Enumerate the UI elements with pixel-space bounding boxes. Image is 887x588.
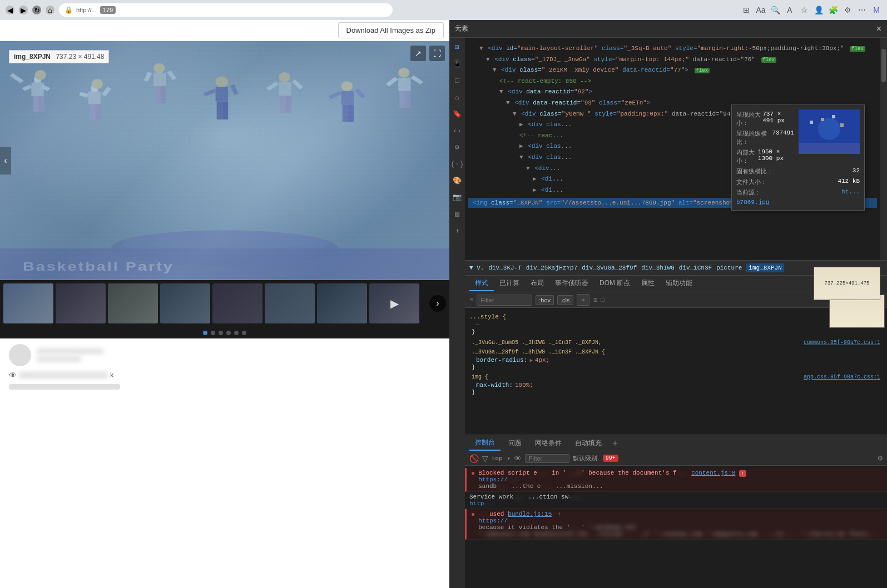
refresh-button[interactable]: ↻ [32,6,41,14]
console-panel[interactable]: ● Blocked script e... in '...r' because … [465,466,887,588]
cls-button[interactable]: .cls [557,295,573,305]
font-icon[interactable]: A [785,5,795,15]
back-button[interactable]: ◀ [6,6,14,14]
next-image-button[interactable]: › [429,295,446,312]
dot-1[interactable] [203,331,207,335]
error-url-1[interactable]: https://... [478,476,519,483]
console-filter-input[interactable] [525,454,569,463]
dom-scrollbar[interactable] [880,38,887,260]
fullscreen-button[interactable]: ⛶ [429,46,445,61]
dot-3[interactable] [219,331,223,335]
sidebar-screen-icon[interactable]: □ [451,74,463,87]
cast-icon[interactable]: ⊞ [741,5,751,15]
tab-dom-breakpoints[interactable]: DOM 断点 [594,276,636,291]
console-tab-autofill[interactable]: 自动填充 [569,436,607,450]
expand-icon-6[interactable] [506,99,510,106]
sidebar-bookmark-icon[interactable]: 🔖 [451,108,463,120]
breadcrumb-div-1cn[interactable]: div_1Cn3F [679,265,712,271]
console-clear-button[interactable]: 🚫 [469,454,479,463]
layout-icon[interactable]: ⊡ [594,296,598,303]
error-source-2[interactable]: bundle.js:15 [508,511,552,517]
search-icon[interactable]: 🔍 [770,5,780,15]
breadcrumb-div-25k[interactable]: div_25KsjHzYp7 [526,265,577,271]
console-filter-button[interactable]: ▽ [482,454,488,463]
bookmark-icon[interactable]: ☆ [799,5,809,15]
breadcrumb-picture[interactable]: picture [716,265,742,271]
console-settings-icon[interactable]: ⚙ [878,454,883,463]
border-radius-expand[interactable]: ▶ [529,357,532,363]
service-worker-url[interactable]: http... [469,500,495,507]
hov-button[interactable]: :hov [536,295,554,305]
sidebar-inspect-icon[interactable]: ⊡ [451,41,463,53]
expand-icon-7[interactable] [513,111,517,117]
dom-line-4[interactable]: <!-- react-empty: 850 --> [473,76,873,87]
thumbnail-8[interactable]: ▶ [369,283,419,323]
console-tab-network[interactable]: 网络条件 [529,436,567,450]
sidebar-paint-icon[interactable]: 🎨 [451,175,463,187]
add-style-button[interactable]: ＋ [577,294,589,306]
breadcrumb-img[interactable]: img_8XPJN [746,263,784,272]
error-url-2[interactable]: https://... [478,517,519,524]
dom-line-3[interactable]: <div class="_2e1KM _Xmiy device" data-re… [473,65,873,76]
css-source-1[interactable]: commons.85f-90a7c.css:1 [804,338,880,347]
expand-icon-8[interactable] [519,121,523,128]
styles-filter-input[interactable] [477,295,532,306]
thumbnail-3[interactable] [108,283,158,323]
dot-2[interactable] [211,331,215,335]
breadcrumb-div-3vu[interactable]: div_3VuGa_28f9f [582,265,637,271]
breadcrumb-div-3kj[interactable]: div_3KJ-T [488,265,521,271]
expand-icon-5[interactable] [499,88,503,95]
tab-styles[interactable]: 样式 [469,276,494,291]
expand-icon-2[interactable] [486,56,490,63]
thumbnail-5[interactable] [212,283,262,323]
dot-4[interactable] [226,331,231,335]
sidebar-camera-icon[interactable]: 📷 [451,191,463,203]
sidebar-gear-icon[interactable]: ⚙ [451,141,463,153]
expand-icon-3[interactable] [493,67,497,73]
expand-icon-10[interactable] [519,143,523,150]
dot-6[interactable] [242,331,246,335]
thumbnail-4[interactable] [160,283,210,323]
expand-icon-11[interactable] [519,154,523,161]
devtools-close-button[interactable]: × [876,24,881,34]
console-tab-console[interactable]: 控制台 [469,436,501,451]
css-source-2[interactable]: app.css.85f-90a7c.css:1 [804,374,880,380]
expand-icon-12[interactable] [526,165,530,172]
dom-line-5[interactable]: <div data-reactid="92"> [473,87,873,98]
computed-icon[interactable]: □ [601,297,604,303]
sidebar-code-icon[interactable]: ‹› [451,124,463,137]
expand-icon-13[interactable] [533,176,537,182]
forward-button[interactable]: ▶ [19,6,28,14]
url-bar[interactable]: 🔒 http://... 179 [59,3,393,17]
chevron-down-icon[interactable]: ▾ [507,455,511,462]
home-button[interactable]: ⌂ [46,6,54,14]
thumbnail-1[interactable] [3,283,53,323]
download-button[interactable]: Download All Images as Zip [338,22,444,38]
expand-icon-1[interactable] [479,45,483,52]
dom-line-1[interactable]: <div id="main-layout-scroller" class="_3… [473,43,873,54]
dot-5[interactable] [234,331,239,335]
sidebar-wifi-icon[interactable]: ((·)) [451,158,463,170]
tab-layout[interactable]: 布局 [525,276,549,291]
profile-icon[interactable]: 👤 [814,5,824,15]
breadcrumb-v[interactable]: ▼ V. [469,265,484,271]
thumbnail-6[interactable] [265,283,315,323]
translate-icon[interactable]: Aa [756,5,766,15]
thumbnail-2[interactable] [56,283,106,323]
breadcrumb-div-3hi[interactable]: div_3hIWG [641,265,674,271]
prev-image-button[interactable]: ‹ [0,147,11,175]
expand-icon-14[interactable] [533,187,537,193]
console-tab-issues[interactable]: 问题 [503,436,527,450]
settings-icon[interactable]: ⚙ [843,5,853,15]
extension-icon[interactable]: 🧩 [828,5,838,15]
sidebar-layers-icon[interactable]: ▤ [451,208,463,220]
scrollbar-thumb[interactable] [881,49,886,82]
share-button[interactable]: ↗ [410,46,426,61]
error-source-1[interactable]: content.js:8 [691,470,735,476]
sidebar-mobile-icon[interactable]: 📱 [451,58,463,70]
sidebar-add-icon[interactable]: ＋ [451,225,463,237]
dom-line-2[interactable]: <div class="_17DJ_ _3nwGa" style="margin… [473,54,873,66]
tab-properties[interactable]: 属性 [636,276,660,291]
console-eye-button[interactable]: 👁 [514,454,522,463]
console-add-tab[interactable]: ＋ [611,437,620,449]
